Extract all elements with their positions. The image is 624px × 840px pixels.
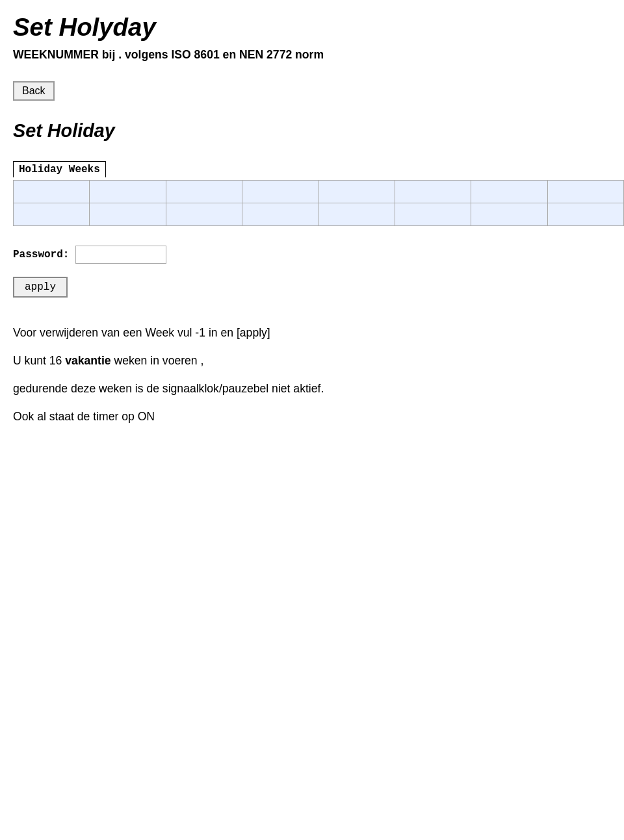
info-block-2: U kunt 16 vakantie weken in voeren , bbox=[13, 351, 611, 370]
holiday-weeks-table bbox=[13, 180, 624, 226]
back-button[interactable]: Back bbox=[13, 81, 55, 101]
week-cell[interactable] bbox=[242, 203, 318, 226]
info-block-3: gedurende deze weken is de signaalklok/p… bbox=[13, 379, 611, 398]
info-line-3: gedurende deze weken is de signaalklok/p… bbox=[13, 379, 611, 398]
week-cell[interactable] bbox=[90, 181, 166, 203]
password-section: Password: bbox=[13, 246, 611, 264]
week-cell[interactable] bbox=[166, 203, 242, 226]
password-label: Password: bbox=[13, 249, 69, 261]
password-input[interactable] bbox=[75, 246, 166, 264]
week-cell[interactable] bbox=[471, 203, 547, 226]
info-line-2-bold: vakantie bbox=[65, 354, 110, 367]
week-cell[interactable] bbox=[318, 181, 395, 203]
holiday-week-row-1 bbox=[14, 181, 624, 203]
week-cell[interactable] bbox=[395, 203, 471, 226]
holiday-week-row-2 bbox=[14, 203, 624, 226]
week-cell[interactable] bbox=[547, 181, 623, 203]
week-cell[interactable] bbox=[90, 203, 166, 226]
week-cell[interactable] bbox=[14, 203, 90, 226]
info-line-1: Voor verwijderen van een Week vul -1 in … bbox=[13, 324, 611, 342]
week-cell[interactable] bbox=[166, 181, 242, 203]
week-cell[interactable] bbox=[14, 181, 90, 203]
info-line-2-prefix: U kunt 16 bbox=[13, 354, 65, 367]
apply-button[interactable]: apply bbox=[13, 277, 68, 298]
holiday-weeks-label: Holiday Weeks bbox=[13, 161, 106, 177]
info-line-2-suffix: weken in voeren , bbox=[111, 354, 204, 367]
subtitle: WEEKNUMMER bij . volgens ISO 8601 en NEN… bbox=[13, 48, 611, 62]
week-cell[interactable] bbox=[471, 181, 547, 203]
info-line-2: U kunt 16 vakantie weken in voeren , bbox=[13, 351, 611, 370]
info-block-1: Voor verwijderen van een Week vul -1 in … bbox=[13, 324, 611, 342]
week-cell[interactable] bbox=[547, 203, 623, 226]
holiday-weeks-section: Holiday Weeks bbox=[13, 161, 611, 226]
week-cell[interactable] bbox=[318, 203, 395, 226]
page-title: Set Holyday bbox=[13, 13, 611, 42]
section-title: Set Holiday bbox=[13, 120, 611, 142]
info-block-4: Ook al staat de timer op ON bbox=[13, 407, 611, 426]
info-line-4: Ook al staat de timer op ON bbox=[13, 407, 611, 426]
week-cell[interactable] bbox=[242, 181, 318, 203]
week-cell[interactable] bbox=[395, 181, 471, 203]
